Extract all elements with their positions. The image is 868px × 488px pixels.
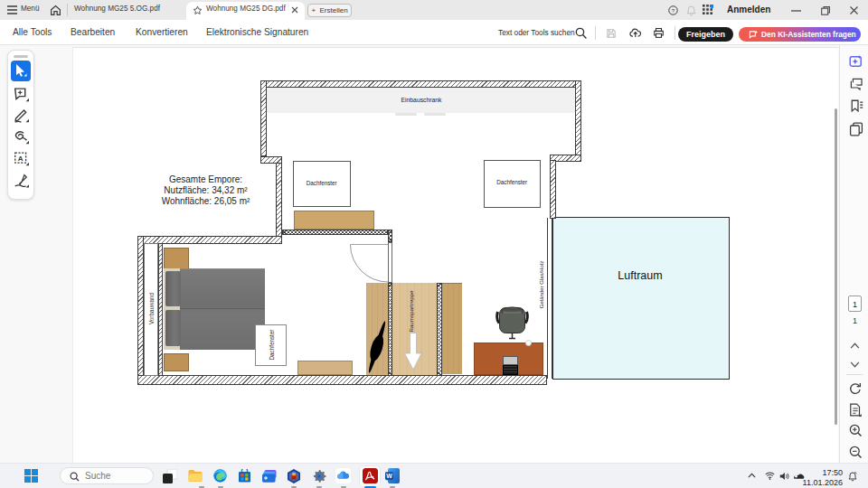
svg-text:W: W	[386, 473, 392, 479]
svg-text:A: A	[17, 155, 23, 163]
